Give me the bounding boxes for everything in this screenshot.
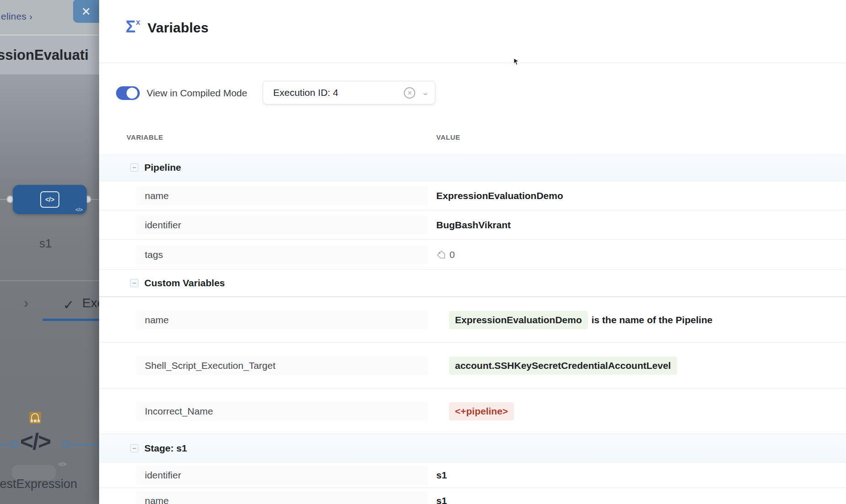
variable-name: tags [136, 245, 428, 264]
variable-value: account.SSHKeySecretCredentialAccountLev… [436, 357, 681, 375]
code-badge-icon: </> [58, 461, 66, 467]
variable-name: Shell_Script_Execution_Target [136, 356, 428, 375]
variable-name: Incorrect_Name [136, 402, 428, 421]
gauge-icon [29, 412, 41, 424]
variable-name: name [136, 186, 428, 205]
pipeline-canvas: </> </> s1 › ✓ Exe </> </> testExpressio… [0, 74, 99, 504]
compiled-mode-label: View in Compiled Mode [147, 88, 247, 99]
variable-value-part: account.SSHKeySecretCredentialAccountLev… [449, 357, 677, 375]
variable-value-part: 0 [449, 249, 455, 260]
toggle-knob [127, 88, 137, 99]
section-header-row: −Custom Variables [99, 270, 846, 297]
variable-row: tags0 [99, 240, 846, 270]
code-badge-icon: </> [75, 207, 83, 212]
variable-row: nameExpressionEvaluationDemo is the name… [99, 297, 846, 343]
close-icon: ✕ [81, 5, 91, 18]
connector-dot [62, 441, 69, 448]
sigma-variables-icon: Σx [126, 17, 140, 37]
variable-value-part: is the name of the Pipeline [592, 315, 713, 326]
variable-name: name [136, 310, 428, 330]
connector-line [0, 444, 11, 445]
execution-id-select[interactable]: Execution ID: 4 ✕ ⌄ [263, 81, 435, 105]
variable-name: name [136, 491, 428, 504]
column-header-variable: VARIABLE [127, 133, 163, 141]
breadcrumb[interactable]: elines › [1, 11, 32, 22]
canvas-divider [0, 280, 99, 281]
pipeline-title: ssionEvaluati [0, 47, 89, 63]
active-tab-underline [42, 319, 99, 321]
section-title: Custom Variables [144, 278, 225, 289]
pipeline-canvas-underlay: elines › ssionEvaluati </> </> s1 › ✓ Ex… [0, 0, 99, 504]
variable-value: ExpressionEvaluationDemo [436, 190, 563, 201]
variables-section: −PipelinenameExpressionEvaluationDemoide… [99, 154, 846, 270]
collapse-icon[interactable]: − [130, 163, 138, 172]
screen: elines › ssionEvaluati </> </> s1 › ✓ Ex… [0, 0, 846, 504]
variables-table: −PipelinenameExpressionEvaluationDemoide… [99, 154, 846, 504]
variable-value-part: s1 [436, 495, 447, 504]
compiled-mode-row: View in Compiled Mode [116, 81, 247, 105]
execution-id-value: Execution ID: 4 [273, 87, 404, 98]
section-title: Stage: s1 [144, 443, 187, 454]
variables-section: −Stage: s1identifiers1names1 [99, 434, 846, 504]
custom-stage-icon: </> [40, 191, 59, 208]
connector-dot [11, 441, 18, 448]
variable-value: BugBashVikrant [436, 220, 511, 231]
compiled-mode-toggle[interactable] [116, 86, 140, 100]
variable-row: names1 [99, 488, 846, 504]
panel-title: Variables [148, 20, 209, 36]
panel-header: Σx Variables [99, 0, 846, 63]
stage-node-s1[interactable]: </> </> [13, 185, 87, 214]
variable-row: Shell_Script_Execution_Targetaccount.SSH… [99, 343, 846, 388]
pipeline-title-bar: ssionEvaluati [0, 35, 99, 74]
clear-selection-icon[interactable]: ✕ [404, 87, 415, 99]
section-header-row: −Pipeline [99, 154, 846, 181]
variable-value: <+pipeline> [436, 402, 514, 420]
variable-name: identifier [136, 466, 428, 485]
chevron-down-icon[interactable]: ⌄ [422, 89, 430, 97]
variables-panel: Σx Variables View in Compiled Mode Execu… [99, 0, 846, 504]
mouse-cursor [513, 58, 520, 66]
variable-row: Incorrect_Name<+pipeline> [99, 388, 846, 434]
connector-line [69, 444, 99, 445]
variable-name: identifier [136, 215, 428, 235]
chevron-right-icon[interactable]: › [24, 294, 29, 311]
section-title: Pipeline [144, 162, 181, 173]
variable-value-part: ExpressionEvaluationDemo [436, 190, 563, 201]
variable-value: ExpressionEvaluationDemo is the name of … [436, 311, 713, 329]
variable-row: identifiers1 [99, 462, 846, 488]
variable-value-part: BugBashVikrant [436, 220, 511, 231]
tag-icon [436, 250, 446, 259]
check-icon: ✓ [63, 297, 74, 313]
variable-value-part: s1 [436, 470, 447, 481]
step-label: testExpression [0, 477, 77, 491]
variable-row: nameExpressionEvaluationDemo [99, 181, 846, 210]
variable-value-part: ExpressionEvaluationDemo [449, 311, 588, 329]
variable-value: 0 [436, 249, 455, 260]
variables-section: −Custom VariablesnameExpressionEvaluatio… [99, 270, 846, 434]
variable-row: identifierBugBashVikrant [99, 210, 846, 240]
close-button[interactable]: ✕ [73, 0, 99, 23]
column-header-value: VALUE [436, 133, 460, 141]
variable-value-part: <+pipeline> [449, 402, 514, 420]
table-column-headers: VARIABLE VALUE [99, 133, 846, 145]
section-header-row: −Stage: s1 [99, 434, 846, 462]
stage-node-label: s1 [39, 236, 52, 251]
variable-value: s1 [436, 470, 447, 481]
variable-value: s1 [436, 495, 447, 504]
collapse-icon[interactable]: − [130, 279, 138, 287]
collapse-icon[interactable]: − [130, 444, 138, 452]
tab-execution[interactable]: Exe [82, 296, 99, 310]
step-node-code-icon[interactable]: </> [20, 428, 50, 455]
